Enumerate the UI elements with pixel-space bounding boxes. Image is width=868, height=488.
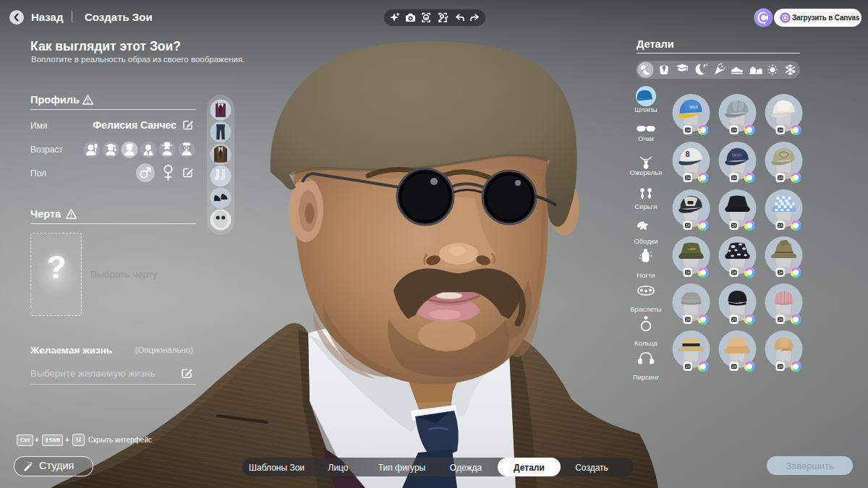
svg-text:Sands: Sands xyxy=(732,153,742,157)
svg-text:z: z xyxy=(706,62,708,67)
svg-text:WILD: WILD xyxy=(690,106,699,109)
svg-text:Pm: Pm xyxy=(739,301,743,304)
svg-text:CAMP: CAMP xyxy=(688,247,697,251)
svg-text:8: 8 xyxy=(686,150,690,158)
